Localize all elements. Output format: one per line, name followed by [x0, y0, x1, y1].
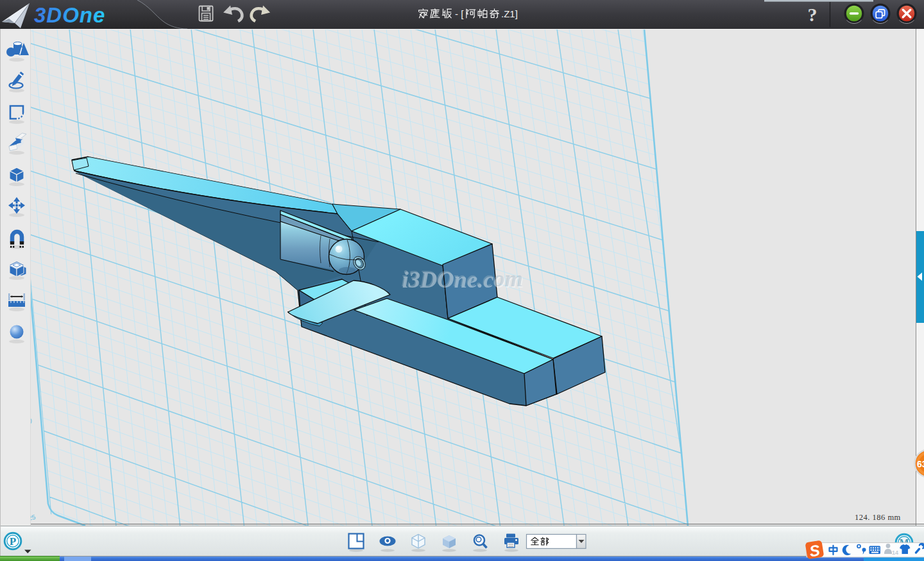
svg-text:.Z1]: .Z1]: [501, 8, 518, 19]
svg-text:63: 63: [917, 459, 924, 469]
svg-text:124. 186 mm: 124. 186 mm: [855, 513, 901, 522]
svg-text:3DOne: 3DOne: [34, 3, 105, 27]
svg-text:14: 14: [892, 549, 898, 556]
svg-text:i3DOne.com: i3DOne.com: [401, 265, 523, 291]
svg-text:- [: - [: [455, 8, 464, 19]
svg-text:P: P: [10, 535, 16, 548]
svg-text:?: ?: [808, 4, 817, 25]
